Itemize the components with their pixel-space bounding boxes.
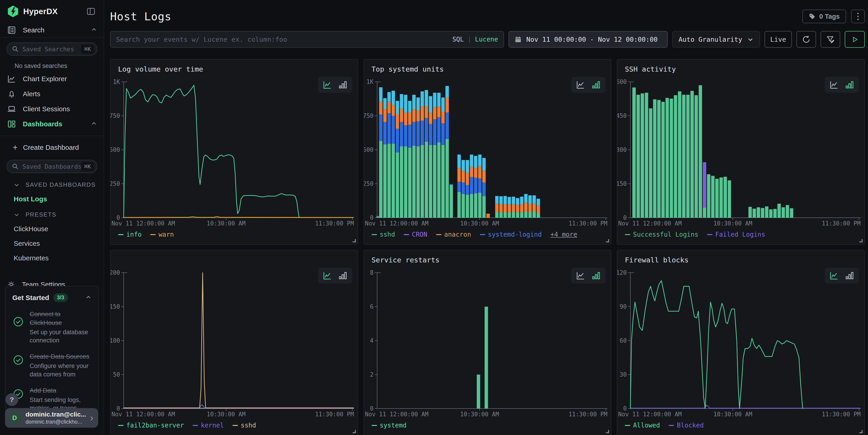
event-search-field[interactable] [116, 36, 452, 43]
run-query-button[interactable] [845, 31, 865, 48]
chevron-up-icon[interactable] [86, 294, 91, 301]
sidebar-item-chart-explorer[interactable]: Chart Explorer [0, 72, 104, 86]
preset-services[interactable]: Services [14, 240, 104, 247]
lucene-mode-toggle[interactable]: Lucene [475, 36, 498, 43]
chart-canvas: 02505007501KNov 11 12:00:00 AM10:30:00 A… [111, 75, 358, 245]
resize-handle[interactable] [606, 239, 609, 242]
chart-panel-firewall-blocks: Firewall blocks 0306090120Nov 11 12:00:0… [617, 250, 865, 435]
chart-type-toggle [318, 77, 352, 93]
resize-handle[interactable] [352, 430, 356, 433]
filter-edit-icon [826, 35, 835, 44]
line-chart-icon[interactable] [322, 80, 332, 90]
svg-text:11:30:00 PM: 11:30:00 PM [315, 411, 354, 418]
legend-item[interactable]: Failed Logins [707, 231, 765, 238]
dashboard-host-logs[interactable]: Host Logs [14, 195, 104, 203]
preset-clickhouse[interactable]: ClickHouse [14, 225, 104, 233]
resize-handle[interactable] [859, 430, 863, 433]
legend-item[interactable]: anacron [436, 231, 471, 238]
legend-more-link[interactable]: +4 more [551, 231, 578, 238]
app-title: HyperDX [23, 7, 58, 16]
legend-item[interactable]: fail2ban-server [118, 422, 184, 429]
more-options-button[interactable] [851, 9, 865, 23]
tags-label: 0 Tags [819, 13, 840, 20]
svg-text:10:30:00 AM: 10:30:00 AM [460, 220, 499, 227]
svg-text:250: 250 [364, 180, 374, 187]
line-chart-icon[interactable] [322, 271, 332, 280]
line-chart-icon[interactable] [829, 271, 839, 280]
saved-dashboards-header[interactable]: SAVED DASHBOARDS [14, 181, 104, 188]
legend-item[interactable]: Allowed [625, 422, 660, 429]
preset-kubernetes[interactable]: Kubernetes [14, 254, 104, 262]
sidebar-item-client-sessions[interactable]: Client Sessions [0, 102, 104, 116]
get-started-item-title: Add Data [30, 386, 91, 395]
chart-legend: systemd [372, 422, 407, 429]
date-range-value: Nov 11 00:00:00 - Nov 12 00:00:00 [526, 36, 658, 43]
svg-text:50: 50 [113, 371, 120, 378]
svg-text:11:30:00 PM: 11:30:00 PM [568, 411, 607, 418]
svg-text:500: 500 [364, 146, 374, 153]
sidebar-collapse-icon[interactable] [86, 6, 96, 17]
chevron-down-icon [747, 36, 753, 43]
bar-chart-icon[interactable] [845, 80, 854, 90]
bar-chart-icon[interactable] [591, 271, 601, 280]
line-chart-icon[interactable] [576, 271, 585, 280]
resize-handle[interactable] [859, 239, 863, 242]
saved-searches-field[interactable] [22, 45, 81, 53]
filter-button[interactable] [820, 31, 840, 48]
legend-item[interactable]: sshd [372, 231, 395, 238]
resize-handle[interactable] [352, 239, 356, 242]
legend-item[interactable]: CRON [404, 231, 427, 238]
chart-panel-systemd-units: Top systemd units 02505007501KNov 11 12:… [364, 59, 612, 245]
resize-handle[interactable] [606, 430, 609, 433]
bar-chart-icon[interactable] [338, 271, 348, 280]
legend-item[interactable]: Blocked [669, 422, 704, 429]
legend-item[interactable]: systemd-logind [480, 231, 542, 238]
granularity-select[interactable]: Auto Granularity [672, 31, 760, 48]
sidebar-item-alerts[interactable]: Alerts [0, 87, 104, 101]
granularity-value: Auto Granularity [679, 36, 742, 43]
sidebar-item-dashboards[interactable]: Dashboards [0, 117, 104, 131]
panel-title: SSH activity [625, 65, 676, 73]
bar-chart-icon[interactable] [338, 80, 348, 90]
saved-dashboards-header-label: SAVED DASHBOARDS [26, 181, 95, 188]
svg-text:60: 60 [620, 337, 627, 344]
line-chart-icon[interactable] [829, 80, 839, 90]
get-started-item[interactable]: Connect to ClickHouse Set up your databa… [12, 310, 91, 344]
tags-button[interactable]: 0 Tags [802, 9, 846, 23]
legend-item[interactable]: sshd [232, 422, 256, 429]
presets-header[interactable]: PRESETS [14, 211, 104, 218]
legend-item[interactable]: kernel [193, 422, 224, 429]
saved-searches-input[interactable]: ⌘K [6, 42, 97, 56]
chart-legend: sshdCRONanacronsystemd-logind+4 more [372, 231, 578, 238]
refresh-button[interactable] [797, 31, 816, 48]
help-button[interactable]: ? [5, 393, 18, 406]
legend-item[interactable]: Successful Logins [625, 231, 699, 238]
main-content: Host Logs 0 Tags SQL | Lucene Nov 11 00:… [104, 0, 868, 435]
user-menu[interactable]: D dominic.tran@clic... dominic.tran@clic… [5, 408, 98, 428]
legend-item[interactable]: warn [150, 231, 174, 238]
saved-dashboards-input[interactable]: ⌘K [6, 160, 97, 173]
chart-canvas: 02468Nov 11 12:00:00 AM10:30:00 AM11:30:… [364, 266, 611, 435]
event-search-input[interactable]: SQL | Lucene [110, 31, 504, 48]
get-started-item[interactable]: Create Data Sources Configure where your… [12, 352, 91, 378]
legend-item[interactable]: info [118, 231, 142, 238]
create-dashboard-button[interactable]: + Create Dashboard [0, 141, 104, 154]
svg-text:11:30:00 PM: 11:30:00 PM [822, 411, 861, 418]
get-started-progress-badge: 3/3 [53, 293, 68, 302]
sql-mode-toggle[interactable]: SQL [452, 36, 464, 43]
svg-text:11:30:00 PM: 11:30:00 PM [568, 220, 607, 227]
live-button[interactable]: Live [765, 31, 792, 48]
svg-text:11:30:00 PM: 11:30:00 PM [822, 220, 861, 227]
svg-text:10:30:00 AM: 10:30:00 AM [713, 220, 752, 227]
chart-canvas: 050100150200Nov 11 12:00:00 AM10:30:00 A… [111, 266, 358, 435]
line-chart-icon[interactable] [576, 80, 585, 90]
chart-legend: infowarn [118, 231, 174, 238]
sidebar-section-search[interactable]: Search [0, 23, 104, 37]
bar-chart-icon[interactable] [591, 80, 601, 90]
bar-chart-icon[interactable] [845, 271, 854, 280]
dashboard-grid: Log volume over time 02505007501KNov 11 … [110, 59, 865, 435]
date-range-picker[interactable]: Nov 11 00:00:00 - Nov 12 00:00:00 [508, 31, 668, 48]
saved-dashboards-field[interactable] [22, 163, 81, 170]
chart-panel-ssh-activity: SSH activity 0150300450600Nov 11 12:00:0… [617, 59, 865, 245]
legend-item[interactable]: systemd [372, 422, 407, 429]
